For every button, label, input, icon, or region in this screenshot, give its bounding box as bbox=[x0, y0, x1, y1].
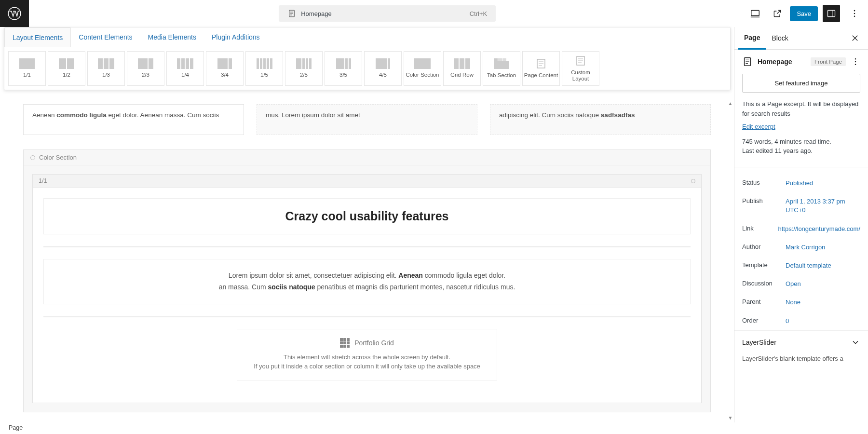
desktop-icon bbox=[750, 8, 760, 19]
more-vertical-icon bbox=[850, 9, 859, 18]
panel-icon bbox=[827, 9, 836, 18]
svg-point-10 bbox=[854, 13, 855, 14]
top-bar: Homepage Ctrl+K Save bbox=[0, 0, 868, 27]
svg-rect-5 bbox=[751, 11, 760, 16]
shortcut-hint: Ctrl+K bbox=[470, 10, 487, 17]
svg-rect-7 bbox=[828, 10, 835, 16]
svg-point-0 bbox=[8, 7, 21, 20]
svg-point-9 bbox=[854, 10, 855, 12]
view-desktop-button[interactable] bbox=[746, 4, 765, 23]
toggle-sidebar-button[interactable] bbox=[823, 5, 840, 22]
external-link-icon bbox=[773, 9, 782, 18]
document-title: Homepage bbox=[301, 10, 332, 17]
save-button[interactable]: Save bbox=[790, 6, 818, 21]
page-icon bbox=[287, 9, 296, 18]
open-external-button[interactable] bbox=[768, 4, 787, 23]
wordpress-icon bbox=[8, 7, 21, 20]
svg-point-11 bbox=[854, 16, 855, 17]
more-menu-button[interactable] bbox=[845, 4, 864, 23]
wordpress-logo[interactable] bbox=[0, 0, 29, 27]
document-switcher[interactable]: Homepage Ctrl+K bbox=[279, 5, 496, 22]
